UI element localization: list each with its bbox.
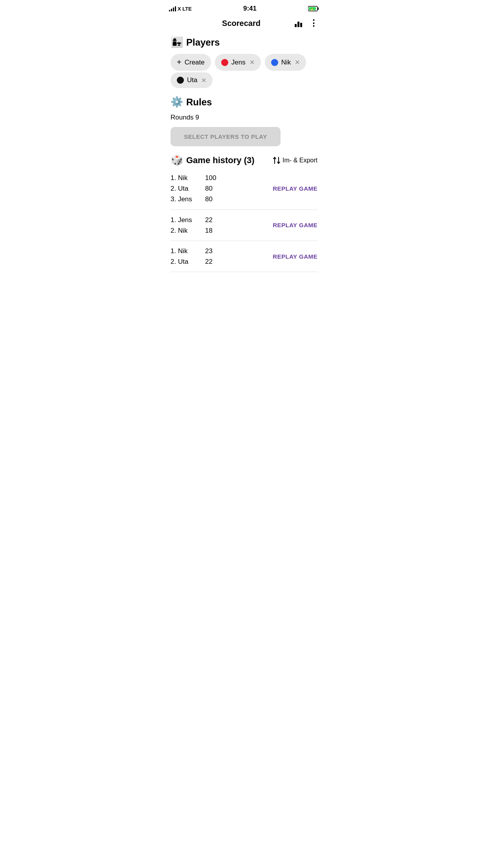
signal-icon bbox=[169, 6, 176, 11]
score-line-1-3: 3. Jens 80 bbox=[171, 194, 273, 204]
svg-text:⚡: ⚡ bbox=[310, 7, 314, 11]
game-entry-2: 1. Jens 22 2. Nik 18 REPLAY GAME bbox=[171, 215, 317, 241]
status-bar: X LTE 9:41 ⚡ bbox=[163, 0, 325, 15]
rules-section: ⚙️ Rules Rounds 9 SELECT PLAYERS TO PLAY bbox=[171, 96, 317, 146]
game-entry-1: 1. Nik 100 2. Uta 80 3. Jens 80 REPLAY G… bbox=[171, 173, 317, 210]
import-export-button[interactable]: Im- & Export bbox=[273, 156, 317, 164]
replay-game-2-button[interactable]: REPLAY GAME bbox=[273, 220, 317, 230]
uta-name: Uta bbox=[187, 76, 197, 84]
page-title: Scorecard bbox=[188, 19, 295, 28]
more-icon[interactable]: ⋮ bbox=[309, 18, 317, 28]
remove-jens-icon[interactable]: ✕ bbox=[250, 59, 255, 66]
jens-color-dot bbox=[221, 59, 228, 66]
remove-uta-icon[interactable]: ✕ bbox=[201, 77, 206, 84]
players-title: Players bbox=[186, 37, 220, 48]
dice-emoji: 🎲 bbox=[171, 154, 183, 166]
carrier-label: X LTE bbox=[178, 6, 192, 12]
players-section-header: 👩‍👧 Players bbox=[171, 36, 317, 48]
replay-game-1-button[interactable]: REPLAY GAME bbox=[273, 184, 317, 193]
import-export-label: Im- & Export bbox=[283, 157, 317, 164]
players-emoji: 👩‍👧 bbox=[171, 36, 183, 48]
game-row-1: 1. Nik 100 2. Uta 80 3. Jens 80 REPLAY G… bbox=[171, 173, 317, 205]
app-header: Scorecard ⋮ bbox=[163, 15, 325, 33]
uta-color-dot bbox=[177, 77, 184, 84]
game-row-3: 1. Nik 23 2. Uta 22 REPLAY GAME bbox=[171, 246, 317, 267]
game-scores-2: 1. Jens 22 2. Nik 18 bbox=[171, 215, 273, 236]
score-line-3-1: 1. Nik 23 bbox=[171, 246, 273, 256]
score-line-3-2: 2. Uta 22 bbox=[171, 256, 273, 267]
status-right: ⚡ bbox=[308, 6, 319, 11]
history-title: Game history (3) bbox=[186, 155, 255, 166]
plus-icon: + bbox=[177, 58, 182, 67]
rounds-value: 9 bbox=[195, 114, 199, 121]
svg-rect-1 bbox=[318, 7, 319, 10]
players-row-2: Uta ✕ bbox=[171, 72, 317, 88]
score-line-2-1: 1. Jens 22 bbox=[171, 215, 273, 225]
status-left: X LTE bbox=[169, 6, 192, 12]
rules-section-header: ⚙️ Rules bbox=[171, 96, 317, 108]
game-entry-3: 1. Nik 23 2. Uta 22 REPLAY GAME bbox=[171, 246, 317, 272]
battery-icon: ⚡ bbox=[308, 6, 319, 11]
score-line-1-1: 1. Nik 100 bbox=[171, 173, 273, 183]
chart-icon[interactable] bbox=[295, 19, 304, 27]
time-label: 9:41 bbox=[243, 5, 257, 13]
player-chip-nik[interactable]: Nik ✕ bbox=[265, 54, 306, 71]
history-header-left: 🎲 Game history (3) bbox=[171, 154, 255, 166]
select-players-button[interactable]: SELECT PLAYERS TO PLAY bbox=[171, 127, 281, 146]
players-section: 👩‍👧 Players + Create Jens ✕ Nik ✕ bbox=[171, 36, 317, 88]
header-icons: ⋮ bbox=[295, 18, 317, 28]
sort-icon bbox=[273, 156, 280, 164]
game-scores-3: 1. Nik 23 2. Uta 22 bbox=[171, 246, 273, 267]
history-header: 🎲 Game history (3) Im- & Export bbox=[171, 154, 317, 166]
rules-title: Rules bbox=[186, 97, 212, 108]
create-label: Create bbox=[185, 59, 205, 66]
game-scores-1: 1. Nik 100 2. Uta 80 3. Jens 80 bbox=[171, 173, 273, 205]
rounds-label: Rounds bbox=[171, 114, 194, 121]
player-chip-uta[interactable]: Uta ✕ bbox=[171, 72, 213, 88]
rounds-text: Rounds 9 bbox=[171, 114, 317, 121]
game-history-section: 🎲 Game history (3) Im- & Export 1. Nik bbox=[171, 154, 317, 272]
replay-game-3-button[interactable]: REPLAY GAME bbox=[273, 252, 317, 261]
score-line-1-2: 2. Uta 80 bbox=[171, 183, 273, 194]
game-row-2: 1. Jens 22 2. Nik 18 REPLAY GAME bbox=[171, 215, 317, 236]
nik-color-dot bbox=[271, 59, 278, 66]
remove-nik-icon[interactable]: ✕ bbox=[295, 59, 300, 66]
main-content: 👩‍👧 Players + Create Jens ✕ Nik ✕ bbox=[163, 33, 325, 280]
score-line-2-2: 2. Nik 18 bbox=[171, 225, 273, 236]
create-player-chip[interactable]: + Create bbox=[171, 54, 211, 71]
player-chip-jens[interactable]: Jens ✕ bbox=[215, 54, 261, 71]
rules-emoji: ⚙️ bbox=[171, 96, 183, 108]
jens-name: Jens bbox=[231, 59, 246, 66]
players-row: + Create Jens ✕ Nik ✕ bbox=[171, 54, 317, 71]
nik-name: Nik bbox=[281, 59, 291, 66]
